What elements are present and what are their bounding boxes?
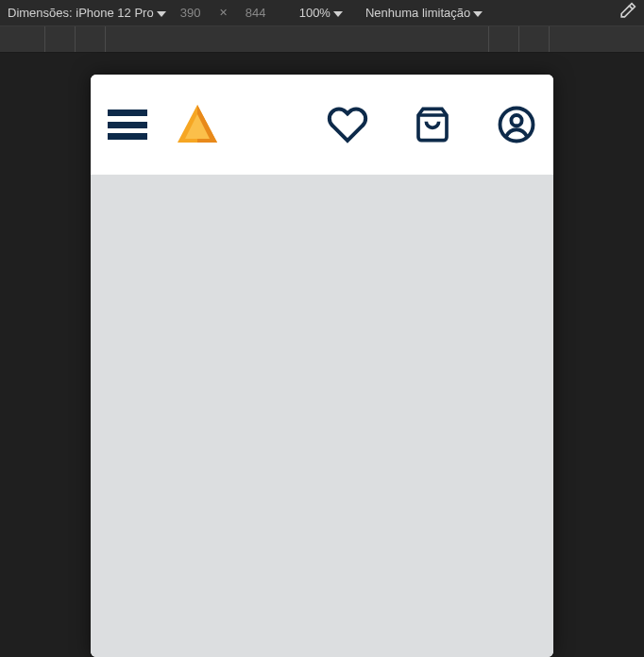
logo[interactable] [174, 101, 221, 148]
device-select[interactable]: iPhone 12 Pro [76, 6, 165, 20]
dimensions-label: Dimensões: iPhone 12 Pro [8, 6, 166, 20]
chevron-down-icon [333, 11, 343, 17]
menu-button[interactable] [108, 110, 147, 140]
zoom-select[interactable]: 100% [299, 6, 343, 20]
eyedropper-icon[interactable] [618, 2, 636, 24]
width-input[interactable] [172, 6, 210, 20]
cart-button[interactable] [414, 104, 451, 145]
triangle-logo-icon [174, 101, 221, 148]
svg-point-2 [511, 115, 521, 126]
chevron-down-icon [157, 11, 166, 17]
devtools-ruler [0, 26, 644, 53]
device-frame [91, 75, 553, 657]
app-header [91, 75, 553, 175]
favorites-button[interactable] [327, 104, 368, 145]
dimension-separator: ✕ [219, 7, 228, 19]
account-button[interactable] [497, 105, 536, 144]
chevron-down-icon [473, 11, 483, 17]
app-content [91, 175, 553, 657]
account-icon [497, 105, 536, 144]
height-input[interactable] [237, 6, 275, 20]
shopping-bag-icon [414, 104, 451, 145]
heart-icon [327, 104, 368, 145]
throttling-select[interactable]: Nenhuma limitação [365, 6, 483, 20]
hamburger-icon [108, 110, 147, 116]
viewport-area [0, 53, 644, 657]
devtools-toolbar: Dimensões: iPhone 12 Pro ✕ 100% Nenhuma … [0, 0, 644, 26]
